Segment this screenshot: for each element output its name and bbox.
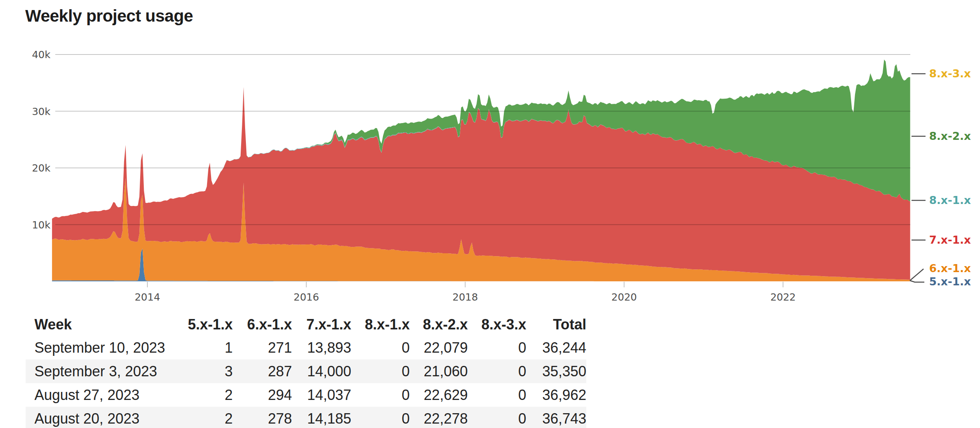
cell-6-x-1-x: 278 <box>233 407 292 428</box>
usage-table: Week5.x-1.x6.x-1.x7.x-1.x8.x-1.x8.x-2.x8… <box>26 313 586 428</box>
column-header-6-x-1-x: 6.x-1.x <box>233 313 292 336</box>
legend-label-8-x-3-x: 8.x-3.x <box>929 67 971 80</box>
cell-5-x-1-x: 2 <box>169 407 233 428</box>
cell-8-x-1-x: 0 <box>351 359 410 383</box>
cell-7-x-1-x: 14,037 <box>292 383 351 407</box>
y-axis-label-20k: 20k <box>32 162 51 174</box>
cell-5-x-1-x: 1 <box>169 336 233 359</box>
cell-8-x-3-x: 0 <box>468 383 526 407</box>
cell-total: 35,350 <box>526 359 586 383</box>
cell-8-x-1-x: 0 <box>351 383 410 407</box>
cell-week: September 10, 2023 <box>26 336 169 359</box>
cell-week: September 3, 2023 <box>26 359 169 383</box>
cell-week: August 27, 2023 <box>26 383 169 407</box>
cell-total: 36,962 <box>526 383 586 407</box>
cell-8-x-1-x: 0 <box>351 336 410 359</box>
x-axis-label-2016: 2016 <box>294 291 319 303</box>
x-axis-label-2018: 2018 <box>453 291 478 303</box>
cell-8-x-3-x: 0 <box>468 407 526 428</box>
column-header-8-x-3-x: 8.x-3.x <box>468 313 526 336</box>
x-axis-label-2022: 2022 <box>770 291 796 303</box>
table-row: August 20, 2023227814,185022,278036,743 <box>26 407 586 428</box>
cell-5-x-1-x: 2 <box>169 383 233 407</box>
table-row: September 3, 2023328714,000021,060035,35… <box>26 359 586 383</box>
legend-connector-5-x-1-x <box>910 281 924 282</box>
legend: 8.x-3.x8.x-2.x8.x-1.x7.x-1.x6.x-1.x5.x-1… <box>910 67 971 288</box>
legend-label-6-x-1-x: 6.x-1.x <box>929 262 971 275</box>
cell-7-x-1-x: 14,000 <box>292 359 351 383</box>
column-header-7-x-1-x: 7.x-1.x <box>292 313 351 336</box>
cell-total: 36,244 <box>526 336 586 359</box>
cell-8-x-2-x: 22,278 <box>410 407 468 428</box>
cell-8-x-2-x: 22,079 <box>410 336 468 359</box>
x-axis-label-2014: 2014 <box>135 291 160 303</box>
cell-8-x-2-x: 21,060 <box>410 359 468 383</box>
cell-8-x-1-x: 0 <box>351 407 410 428</box>
column-header-8-x-1-x: 8.x-1.x <box>351 313 410 336</box>
usage-table-header: Week5.x-1.x6.x-1.x7.x-1.x8.x-1.x8.x-2.x8… <box>26 313 586 336</box>
legend-label-8-x-2-x: 8.x-2.x <box>929 130 971 142</box>
column-header-total: Total <box>526 313 586 336</box>
legend-label-8-x-1-x: 8.x-1.x <box>929 194 971 206</box>
cell-6-x-1-x: 271 <box>233 336 292 359</box>
cell-7-x-1-x: 14,185 <box>292 407 351 428</box>
cell-8-x-3-x: 0 <box>468 336 526 359</box>
cell-6-x-1-x: 294 <box>233 383 292 407</box>
y-axis-label-40k: 40k <box>32 49 51 61</box>
column-header-5-x-1-x: 5.x-1.x <box>169 313 233 336</box>
cell-8-x-2-x: 22,629 <box>410 383 468 407</box>
x-axis: 20142016201820202022 <box>135 282 796 303</box>
column-header-week: Week <box>26 313 169 336</box>
table-row: August 27, 2023229414,037022,629036,962 <box>26 383 586 407</box>
cell-8-x-3-x: 0 <box>468 359 526 383</box>
chart-areas <box>52 59 910 281</box>
y-axis-label-10k: 10k <box>32 219 51 231</box>
y-axis: 10k20k30k40k <box>32 49 51 231</box>
x-axis-label-2020: 2020 <box>612 291 637 303</box>
y-axis-label-30k: 30k <box>32 106 51 117</box>
cell-week: August 20, 2023 <box>26 407 169 428</box>
cell-5-x-1-x: 3 <box>169 359 233 383</box>
cell-total: 36,743 <box>526 407 586 428</box>
weekly-usage-chart: 10k20k30k40k201420162018202020228.x-3.x8… <box>0 0 980 311</box>
cell-7-x-1-x: 13,893 <box>292 336 351 359</box>
legend-label-7-x-1-x: 7.x-1.x <box>929 234 971 246</box>
chart-canvas: 10k20k30k40k201420162018202020228.x-3.x8… <box>0 0 980 311</box>
table-row: September 10, 2023127113,893022,079036,2… <box>26 336 586 359</box>
column-header-8-x-2-x: 8.x-2.x <box>410 313 468 336</box>
usage-table-wrap: Week5.x-1.x6.x-1.x7.x-1.x8.x-1.x8.x-2.x8… <box>26 313 586 428</box>
legend-connector-6-x-1-x <box>910 269 924 281</box>
cell-6-x-1-x: 287 <box>233 359 292 383</box>
legend-label-5-x-1-x: 5.x-1.x <box>929 275 971 288</box>
